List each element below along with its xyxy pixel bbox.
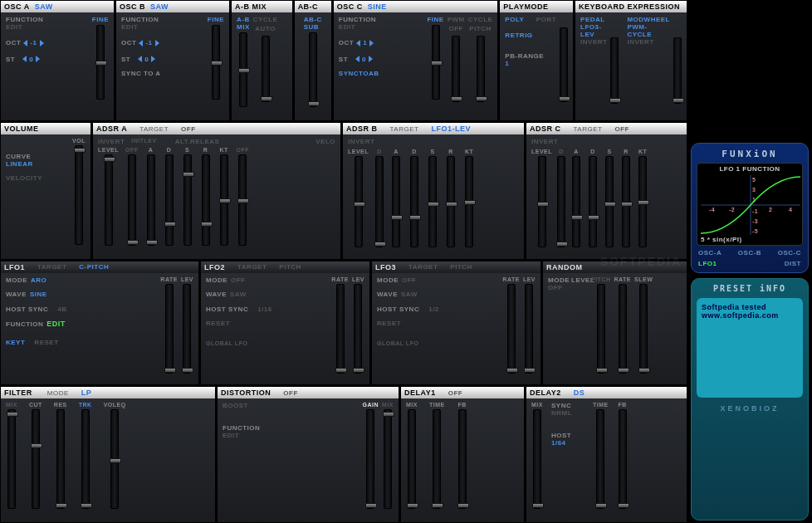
filter-trk[interactable]	[81, 409, 90, 509]
lfo3-reset[interactable]: RESET	[377, 320, 401, 327]
lfo2-lev[interactable]	[354, 284, 362, 374]
filter-cut[interactable]	[32, 409, 40, 509]
velocity-toggle[interactable]: VELOCITY	[6, 174, 69, 182]
lfo2-rate[interactable]	[336, 284, 345, 374]
osc-c-fine-slider[interactable]	[432, 25, 440, 100]
adsr-c-invert[interactable]: INVERT	[531, 138, 682, 145]
delay1-fb[interactable]	[458, 409, 467, 509]
ab-mix-slider[interactable]	[239, 32, 247, 107]
funxion-tab-lfo1[interactable]: LFO1	[698, 260, 717, 267]
adsr-b-kt[interactable]	[465, 156, 473, 247]
oct-up-icon[interactable]	[369, 40, 374, 46]
lfo3-lev[interactable]	[525, 284, 533, 374]
lfo3-lev-button[interactable]: LFO3-LEV	[580, 23, 607, 38]
delay1-time[interactable]	[433, 409, 441, 509]
adsr-b-d[interactable]	[410, 156, 418, 247]
lfo1-reset[interactable]: RESET	[34, 339, 58, 346]
ab-cycle-slider[interactable]	[262, 36, 270, 102]
st-up-icon[interactable]	[151, 56, 155, 62]
osc-c-pwm-slider[interactable]	[452, 36, 460, 102]
funxion-tab-dist[interactable]: DIST	[785, 260, 801, 267]
osc-a-edit[interactable]: EDIT	[6, 23, 89, 31]
adsr-a-r[interactable]	[202, 154, 210, 246]
osc-c-cycle-slider[interactable]	[477, 36, 485, 102]
lfo1-mode[interactable]: ARO	[31, 276, 46, 284]
vol-slider[interactable]	[75, 145, 83, 245]
osc-a-fine-slider[interactable]	[96, 25, 105, 100]
funxion-tab-osc-b[interactable]: OSC-B	[738, 249, 761, 257]
dist-gain[interactable]	[366, 409, 374, 509]
dist-mix[interactable]	[384, 409, 392, 509]
osc-c-edit[interactable]: EDIT	[339, 23, 424, 31]
adsr-c-r[interactable]	[622, 156, 630, 247]
pwm-cycle-button[interactable]: PWM-CYCLE	[627, 23, 670, 38]
oct-down-icon[interactable]	[139, 40, 143, 46]
adsr-b-s[interactable]	[428, 156, 437, 247]
osc-b-edit[interactable]: EDIT	[121, 23, 204, 31]
port-slider[interactable]	[560, 27, 568, 102]
st-up-icon[interactable]	[36, 56, 40, 62]
oct-up-icon[interactable]	[40, 40, 44, 46]
adsr-b-r[interactable]	[447, 156, 455, 247]
dist-edit[interactable]: EDIT	[223, 432, 360, 439]
filter-mix[interactable]	[7, 409, 16, 509]
pedal-invert[interactable]: INVERT	[580, 38, 607, 46]
dist-boost[interactable]: BOOST	[223, 402, 360, 409]
preset-link[interactable]: www.softpedia.com	[702, 311, 798, 320]
random-mode[interactable]: OFF	[548, 284, 588, 291]
pedal-slider[interactable]	[610, 37, 619, 104]
lfo1-lev[interactable]	[183, 284, 191, 374]
adsr-b-level[interactable]	[355, 156, 363, 247]
delay2-time[interactable]	[596, 409, 604, 509]
st-down-icon[interactable]	[138, 56, 142, 62]
oct-down-icon[interactable]	[23, 40, 27, 46]
oct-down-icon[interactable]	[356, 40, 360, 46]
funxion-tab-osc-a[interactable]: OSC-A	[698, 249, 722, 257]
modwheel-invert[interactable]: INVERT	[627, 38, 670, 46]
adsr-c-a[interactable]	[572, 156, 580, 247]
adsr-a-initlev[interactable]	[128, 154, 136, 246]
adsr-b-invert[interactable]: INVERT	[348, 138, 519, 145]
adsr-a-invert[interactable]: INVERT	[98, 138, 125, 145]
random-level[interactable]	[597, 284, 605, 374]
osc-c-sync-ab[interactable]: SYNCTOAB	[339, 70, 424, 77]
delay1-mix[interactable]	[408, 409, 416, 509]
adsr-a-d[interactable]	[165, 154, 174, 246]
st-up-icon[interactable]	[369, 56, 373, 62]
adsr-b-d0[interactable]	[375, 156, 384, 247]
abc-sub-slider[interactable]	[309, 32, 317, 107]
adsr-b-a[interactable]	[392, 156, 400, 247]
adsr-a-level[interactable]	[105, 154, 113, 246]
modwheel-button[interactable]: MODWHEEL	[627, 16, 670, 23]
adsr-a-kt[interactable]	[220, 154, 228, 246]
lfo1-keyt[interactable]: KEYT	[6, 339, 25, 346]
osc-b-fine-slider[interactable]	[212, 25, 220, 100]
retrig-button[interactable]: RETRIG	[505, 32, 556, 39]
adsr-a-a[interactable]	[147, 154, 155, 246]
lfo1-rate[interactable]	[165, 284, 174, 374]
random-rate[interactable]	[619, 284, 627, 374]
adsr-c-kt[interactable]	[638, 156, 647, 247]
filter-res[interactable]	[56, 409, 65, 509]
oct-up-icon[interactable]	[155, 40, 159, 46]
lfo2-reset[interactable]: RESET	[206, 320, 230, 327]
osc-b-sync-a[interactable]: SYNC TO A	[121, 70, 204, 77]
adsr-a-velo[interactable]	[238, 154, 247, 246]
adsr-c-level[interactable]	[538, 156, 546, 247]
poly-button[interactable]: POLY	[505, 16, 524, 23]
filter-voleq[interactable]	[110, 409, 119, 509]
delay2-mix[interactable]	[533, 409, 541, 509]
lfo3-rate[interactable]	[507, 284, 516, 374]
st-down-icon[interactable]	[355, 56, 360, 62]
adsr-a-s[interactable]	[183, 154, 192, 246]
funxion-tab-osc-c[interactable]: OSC-C	[778, 249, 801, 257]
adsr-c-d[interactable]	[589, 156, 597, 247]
lfo1-wave[interactable]: SINE	[30, 291, 47, 298]
random-slew[interactable]	[639, 284, 648, 374]
lfo3-mode[interactable]: OFF	[402, 276, 417, 284]
adsr-c-d0[interactable]	[557, 156, 565, 247]
lfo2-mode[interactable]: OFF	[231, 276, 246, 284]
modwheel-slider[interactable]	[673, 37, 682, 104]
adsr-c-s[interactable]	[605, 156, 614, 247]
curve-select[interactable]: LINEAR	[6, 160, 69, 168]
